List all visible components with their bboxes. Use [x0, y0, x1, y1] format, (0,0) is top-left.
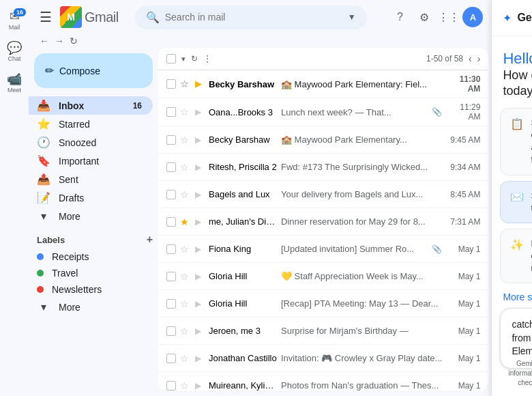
search-bar[interactable]: 🔍 ▼: [135, 5, 367, 29]
suggestion-summarize[interactable]: 📋 Summarize conversations about the upco…: [500, 108, 532, 175]
email-checkbox[interactable]: [166, 135, 176, 145]
label-dot: [37, 253, 44, 260]
gmail-logo-text: Gmail: [85, 10, 119, 25]
sidebar-item-inbox[interactable]: 📥 Inbox 16: [29, 96, 153, 115]
sidebar-item-sent[interactable]: 📤 Sent: [29, 170, 153, 188]
dropdown-icon[interactable]: ▾: [181, 55, 186, 63]
sidebar-item-starred[interactable]: ⭐ Starred: [29, 115, 153, 133]
email-row[interactable]: ☆ ▶ Becky Barshaw 🏫 Maywood Park Element…: [158, 126, 488, 154]
email-row[interactable]: ☆ ▶ Fiona King [Updated invitation] Summ…: [158, 236, 488, 263]
label-item-more[interactable]: ▾ More: [29, 298, 153, 316]
star-icon[interactable]: ☆: [180, 162, 191, 173]
content-row: ✏ Compose 📥 Inbox 16 ⭐ Starred 🕐 Snoozed…: [29, 48, 491, 396]
star-icon[interactable]: ☆: [180, 380, 191, 391]
more-suggestions-label: More suggestions: [503, 292, 532, 302]
label-item-receipts[interactable]: Receipts: [29, 249, 153, 265]
star-icon[interactable]: ☆: [180, 326, 191, 337]
prev-page-button[interactable]: ‹: [469, 53, 472, 64]
email-time: May 1: [446, 272, 480, 281]
email-time: 11:29 AM: [446, 102, 480, 122]
sidebar-item-mail[interactable]: ✉ Mail 16: [0, 5, 29, 34]
email-row[interactable]: ☆ ▶ Jeroen, me 3 Surprise for Mirjam's B…: [158, 317, 488, 345]
label-item-travel[interactable]: Travel: [29, 265, 153, 281]
star-icon[interactable]: ☆: [180, 298, 191, 309]
settings-button[interactable]: ⚙: [413, 6, 435, 28]
label-item-newsletters[interactable]: Newsletters: [29, 281, 153, 298]
mail-label: Mail: [9, 24, 20, 31]
attachment-icon: 📎: [432, 107, 442, 117]
refresh-list-button[interactable]: ↻: [191, 54, 198, 63]
email-row[interactable]: ☆ ▶ Becky Barshaw 🏫 Maywood Park Element…: [158, 70, 488, 98]
labels-list: Receipts Travel Newsletters ▾ More: [29, 249, 158, 316]
email-time: May 1: [446, 244, 480, 254]
back-button[interactable]: ←: [40, 36, 49, 46]
next-page-button[interactable]: ›: [477, 53, 481, 64]
search-input[interactable]: [165, 12, 342, 23]
help-button[interactable]: ?: [389, 6, 411, 28]
email-checkbox[interactable]: [166, 381, 176, 391]
star-icon[interactable]: ☆: [180, 353, 191, 364]
sidebar-item-meet[interactable]: 📹 Meet: [0, 68, 29, 97]
star-icon[interactable]: ☆: [180, 271, 191, 282]
email-list: ▾ ↻ ⋮ 1-50 of 58 ‹ › ☆ ▶ Becky Barshaw 🏫…: [158, 48, 488, 391]
important-icon: ▶: [195, 217, 205, 227]
avatar[interactable]: A: [462, 7, 483, 27]
gemini-greeting: Hello, Ann How can I help you today?: [492, 36, 532, 108]
search-dropdown-icon[interactable]: ▼: [348, 12, 356, 22]
gemini-title: Gemini: [517, 12, 532, 24]
suggestion-unread[interactable]: ✉️ Show me emails that are unread: [500, 181, 532, 223]
email-checkbox[interactable]: [166, 217, 176, 227]
more-options-button[interactable]: ⋮: [203, 54, 211, 63]
nav-sidebar: ✏ Compose 📥 Inbox 16 ⭐ Starred 🕐 Snoozed…: [29, 48, 158, 396]
star-icon[interactable]: ☆: [180, 107, 191, 117]
compose-button[interactable]: ✏ Compose: [34, 53, 153, 88]
sidebar-item-chat[interactable]: 💬 Chat: [0, 37, 29, 66]
email-checkbox[interactable]: [166, 244, 176, 254]
label-name: Newsletters: [52, 284, 142, 295]
draft-icon: ✨: [510, 238, 524, 251]
sender-name: Jonathan Castillo: [209, 353, 277, 363]
star-icon[interactable]: ☆: [180, 79, 191, 89]
grid-button[interactable]: ⋮⋮: [438, 6, 460, 28]
select-all-checkbox[interactable]: [166, 54, 176, 63]
email-checkbox[interactable]: [166, 326, 176, 336]
email-row[interactable]: ☆ ▶ Gloria Hill [Recap] PTA Meeting: May…: [158, 290, 488, 317]
email-checkbox[interactable]: [166, 190, 176, 199]
star-icon[interactable]: ☆: [180, 244, 191, 255]
more-suggestions-button[interactable]: More suggestions ›: [492, 283, 532, 311]
star-icon[interactable]: ☆: [180, 189, 191, 200]
star-icon[interactable]: ★: [180, 216, 191, 227]
sender-name: Jeroen, me 3: [209, 326, 277, 336]
snoozed-label: Snoozed: [59, 137, 142, 148]
add-label-button[interactable]: +: [147, 234, 153, 246]
email-checkbox[interactable]: [166, 107, 176, 117]
email-checkbox[interactable]: [166, 299, 176, 309]
email-row[interactable]: ☆ ▶ Gloria Hill 💛 Staff Appreciation Wee…: [158, 263, 488, 290]
email-time: May 1: [446, 354, 480, 363]
email-row[interactable]: ☆ ▶ Bagels and Lux Your delivery from Ba…: [158, 181, 488, 208]
email-checkbox[interactable]: [166, 79, 176, 89]
email-subject: Fwd: #173 The Surprisingly Wicked...: [281, 162, 442, 172]
email-checkbox[interactable]: [166, 162, 176, 172]
suggestion-draft[interactable]: ✨ Draft an email confirming the dinner r…: [500, 229, 532, 284]
sidebar-item-snoozed[interactable]: 🕐 Snoozed: [29, 133, 153, 152]
email-checkbox[interactable]: [166, 272, 176, 281]
sidebar-item-drafts[interactable]: 📝 Drafts: [29, 188, 153, 207]
star-icon[interactable]: ☆: [180, 135, 191, 145]
email-row[interactable]: ☆ ▶ Oana...Brooks 3 Lunch next week? — T…: [158, 98, 488, 126]
email-time: 7:31 AM: [446, 217, 480, 227]
email-row[interactable]: ☆ ▶ Jonathan Castillo Invitation: 🎮 Crow…: [158, 345, 488, 372]
compose-icon: ✏: [45, 64, 54, 77]
email-row[interactable]: ★ ▶ me, Julian's Diner Dinner reservatio…: [158, 208, 488, 236]
email-checkbox[interactable]: [166, 354, 176, 363]
sidebar-item-important[interactable]: 🔖 Important: [29, 152, 153, 170]
menu-button[interactable]: ☰: [37, 6, 55, 28]
forward-button[interactable]: →: [55, 36, 64, 46]
email-subject: 🏫 Maywood Park Elementary: Fiel...: [281, 79, 442, 89]
refresh-button[interactable]: ↻: [70, 36, 78, 46]
email-row[interactable]: ☆ ▶ Muireann, Kylie, David Photos from N…: [158, 372, 488, 391]
email-time: May 1: [446, 299, 480, 309]
sidebar-item-more[interactable]: ▾ More: [29, 207, 153, 225]
email-row[interactable]: ☆ ▶ Ritesh, Priscilla 2 Fwd: #173 The Su…: [158, 154, 488, 181]
gemini-footer-text: Gemini may display inaccurate informatio…: [508, 360, 532, 386]
